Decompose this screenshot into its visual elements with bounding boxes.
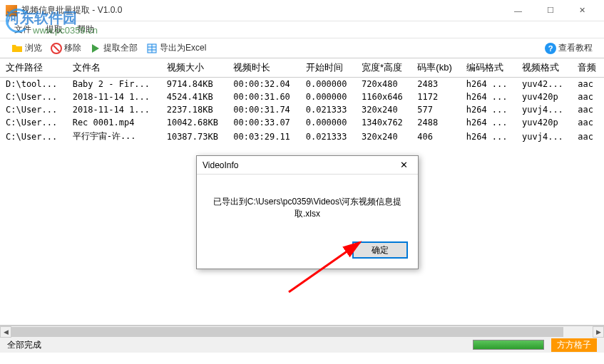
menubar: 文件 提取 帮助 (0, 21, 604, 38)
cell-acodec: aac (572, 116, 604, 129)
scroll-right-button[interactable]: ▶ (593, 326, 604, 338)
horizontal-scrollbar[interactable]: ◀ ▶ (0, 326, 604, 337)
maximize-button[interactable]: ☐ (534, 0, 566, 21)
cell-bitrate: 2488 (411, 116, 460, 129)
col-size[interactable]: 视频大小 (161, 58, 228, 78)
dialog-footer: 确定 (197, 234, 418, 269)
table-row[interactable]: D:\tool...Baby 2 - Fir...9714.84KB00:00:… (0, 78, 604, 91)
menu-extract[interactable]: 提取 (39, 24, 70, 36)
col-start[interactable]: 开始时间 (300, 58, 356, 78)
cell-start: 0.000000 (300, 78, 356, 91)
dialog-message: 已导出到C:\Users\pc0359\Videos\河东视频信息提取.xlsx (197, 175, 418, 234)
cell-pixfmt: yuvj4... (516, 103, 572, 116)
cell-resolution: 1160x646 (356, 90, 411, 103)
scroll-track[interactable] (11, 326, 593, 338)
status-text: 全部完成 (7, 339, 466, 351)
cell-vcodec: h264 ... (461, 129, 516, 144)
toolbar: 浏览 移除 提取全部 导出为Excel ? 查看教程 (0, 38, 604, 58)
cell-pixfmt: yuvj4... (516, 129, 572, 144)
cell-name: Baby 2 - Fir... (67, 78, 161, 91)
menu-help[interactable]: 帮助 (70, 24, 101, 36)
cell-bitrate: 406 (411, 129, 460, 144)
col-bitrate[interactable]: 码率(kb) (411, 58, 460, 78)
table-row[interactable]: C:\User...平行宇宙-许...10387.73KB00:03:29.11… (0, 129, 604, 144)
extract-all-button[interactable]: 提取全部 (86, 41, 142, 56)
progress-bar (473, 340, 544, 350)
dialog-close-button[interactable]: ✕ (395, 158, 412, 172)
col-path[interactable]: 文件路径 (0, 58, 67, 78)
cell-duration: 00:00:32.04 (227, 78, 300, 91)
scroll-thumb[interactable] (11, 327, 563, 337)
cell-size: 2237.18KB (161, 103, 228, 116)
table-row[interactable]: C:\User...2018-11-14 1...2237.18KB00:00:… (0, 103, 604, 116)
tutorial-button[interactable]: ? 查看教程 (541, 41, 597, 56)
export-excel-label: 导出为Excel (160, 42, 206, 54)
col-vcodec[interactable]: 编码格式 (461, 58, 516, 78)
dialog-titlebar[interactable]: VideoInfo ✕ (197, 156, 418, 175)
col-name[interactable]: 文件名 (67, 58, 161, 78)
cell-pixfmt: yuv42... (516, 78, 572, 91)
cell-bitrate: 577 (411, 103, 460, 116)
scroll-left-button[interactable]: ◀ (0, 326, 11, 338)
browse-button[interactable]: 浏览 (7, 41, 46, 56)
cell-size: 9714.84KB (161, 78, 228, 91)
cell-vcodec: h264 ... (461, 116, 516, 129)
brand-badge: 方方格子 (551, 338, 597, 352)
col-resolution[interactable]: 宽度*高度 (356, 58, 411, 78)
cell-path: C:\User... (0, 90, 67, 103)
export-excel-button[interactable]: 导出为Excel (142, 41, 210, 56)
cell-resolution: 1340x762 (356, 116, 411, 129)
cell-size: 10042.68KB (161, 116, 228, 129)
cell-duration: 00:03:29.11 (227, 129, 300, 144)
table-row[interactable]: C:\User...Rec 0001.mp410042.68KB00:00:33… (0, 116, 604, 129)
col-pixfmt[interactable]: 视频格式 (516, 58, 572, 78)
cell-duration: 00:00:33.07 (227, 116, 300, 129)
col-acodec[interactable]: 音频 (572, 58, 604, 78)
cell-duration: 00:00:31.60 (227, 90, 300, 103)
remove-icon (51, 43, 62, 54)
window-title: 视频信息批量提取 - V1.0.0 (21, 4, 502, 16)
cell-path: C:\User... (0, 116, 67, 129)
cell-start: 0.021333 (300, 129, 356, 144)
play-icon (90, 43, 101, 54)
minimize-button[interactable]: — (502, 0, 534, 21)
cell-start: 0.000000 (300, 116, 356, 129)
cell-start: 0.021333 (300, 103, 356, 116)
app-icon (6, 5, 17, 16)
cell-name: 平行宇宙-许... (67, 129, 161, 144)
cell-name: 2018-11-14 1... (67, 90, 161, 103)
cell-size: 4524.41KB (161, 90, 228, 103)
cell-pixfmt: yuv420p (516, 90, 572, 103)
export-success-dialog: VideoInfo ✕ 已导出到C:\Users\pc0359\Videos\河… (196, 155, 419, 269)
cell-vcodec: h264 ... (461, 90, 516, 103)
cell-bitrate: 1172 (411, 90, 460, 103)
cell-vcodec: h264 ... (461, 78, 516, 91)
cell-bitrate: 2483 (411, 78, 460, 91)
cell-acodec: aac (572, 129, 604, 144)
window-titlebar: 视频信息批量提取 - V1.0.0 — ☐ ✕ (0, 0, 604, 21)
menu-file[interactable]: 文件 (7, 24, 39, 36)
cell-name: Rec 0001.mp4 (67, 116, 161, 129)
svg-line-1 (53, 46, 59, 51)
browse-label: 浏览 (25, 42, 42, 54)
cell-duration: 00:00:31.74 (227, 103, 300, 116)
cell-name: 2018-11-14 1... (67, 103, 161, 116)
cell-path: C:\User... (0, 103, 67, 116)
cell-path: C:\User... (0, 129, 67, 144)
window-controls: — ☐ ✕ (502, 0, 598, 21)
cell-size: 10387.73KB (161, 129, 228, 144)
cell-resolution: 320x240 (356, 129, 411, 144)
table-header-row: 文件路径 文件名 视频大小 视频时长 开始时间 宽度*高度 码率(kb) 编码格… (0, 58, 604, 78)
cell-vcodec: h264 ... (461, 103, 516, 116)
video-table: 文件路径 文件名 视频大小 视频时长 开始时间 宽度*高度 码率(kb) 编码格… (0, 58, 604, 144)
ok-button[interactable]: 确定 (352, 241, 408, 259)
folder-icon (11, 43, 23, 54)
dialog-title: VideoInfo (203, 160, 395, 170)
close-button[interactable]: ✕ (566, 0, 598, 21)
cell-pixfmt: yuv420p (516, 116, 572, 129)
statusbar: 全部完成 方方格子 (0, 337, 604, 353)
remove-button[interactable]: 移除 (46, 41, 86, 56)
table-row[interactable]: C:\User...2018-11-14 1...4524.41KB00:00:… (0, 90, 604, 103)
col-duration[interactable]: 视频时长 (227, 58, 300, 78)
cell-acodec: aac (572, 78, 604, 91)
